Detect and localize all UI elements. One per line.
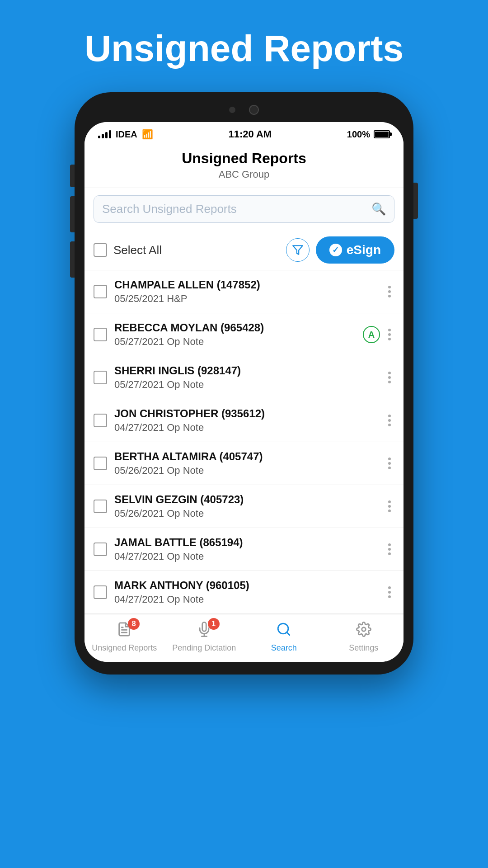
nav-badge-unsigned-reports: 8 xyxy=(128,618,140,630)
report-actions-4 xyxy=(385,456,394,471)
more-dots-3[interactable] xyxy=(385,413,394,428)
more-dots-0[interactable] xyxy=(385,284,394,299)
nav-item-pending-dictation[interactable]: 1 Pending Dictation xyxy=(164,622,244,653)
report-checkbox-3[interactable] xyxy=(94,414,107,427)
dot1-1 xyxy=(388,329,391,331)
battery-fill xyxy=(375,132,389,137)
report-name-3: JON CHRISTOPHER (935612) xyxy=(114,407,385,420)
report-info-2: SHERRI INGLIS (928147) 05/27/2021 Op Not… xyxy=(114,364,385,391)
status-time: 11:20 AM xyxy=(228,128,272,140)
nav-item-unsigned-reports[interactable]: 8 Unsigned Reports xyxy=(84,622,164,653)
report-item[interactable]: JON CHRISTOPHER (935612) 04/27/2021 Op N… xyxy=(84,399,404,442)
app-header: Unsigned Reports ABC Group xyxy=(84,144,404,188)
search-input-wrapper[interactable]: 🔍 xyxy=(94,195,394,223)
esign-button[interactable]: ✓ eSign xyxy=(316,236,394,264)
report-item[interactable]: JAMAL BATTLE (865194) 04/27/2021 Op Note xyxy=(84,528,404,571)
dot3-6 xyxy=(388,552,391,555)
dot3-1 xyxy=(388,338,391,340)
report-checkbox-5[interactable] xyxy=(94,500,107,513)
report-item[interactable]: MARK ANTHONY (960105) 04/27/2021 Op Note xyxy=(84,571,404,614)
dot1-7 xyxy=(388,586,391,589)
action-bar: Select All ✓ eSign xyxy=(84,230,404,270)
nav-item-settings[interactable]: Settings xyxy=(324,622,404,653)
report-checkbox-1[interactable] xyxy=(94,328,107,341)
dot2-0 xyxy=(388,290,391,293)
filter-button[interactable] xyxy=(286,238,310,262)
select-all-label: Select All xyxy=(113,243,162,257)
report-item[interactable]: REBECCA MOYLAN (965428) 05/27/2021 Op No… xyxy=(84,313,404,356)
report-info-5: SELVIN GEZGIN (405723) 05/26/2021 Op Not… xyxy=(114,493,385,519)
dot2-6 xyxy=(388,548,391,551)
report-actions-3 xyxy=(385,413,394,428)
report-info-3: JON CHRISTOPHER (935612) 04/27/2021 Op N… xyxy=(114,407,385,434)
search-input[interactable] xyxy=(102,202,371,216)
more-dots-1[interactable] xyxy=(385,327,394,342)
report-name-6: JAMAL BATTLE (865194) xyxy=(114,536,385,549)
report-name-7: MARK ANTHONY (960105) xyxy=(114,579,385,592)
signal-bar-4 xyxy=(109,130,111,138)
report-name-5: SELVIN GEZGIN (405723) xyxy=(114,493,385,506)
report-actions-6 xyxy=(385,542,394,557)
report-name-1: REBECCA MOYLAN (965428) xyxy=(114,321,363,334)
more-dots-7[interactable] xyxy=(385,585,394,600)
report-info-4: BERTHA ALTAMIRA (405747) 05/26/2021 Op N… xyxy=(114,450,385,476)
status-left: IDEA 📶 xyxy=(98,129,153,140)
report-date-type-3: 04/27/2021 Op Note xyxy=(114,422,385,434)
dot1-5 xyxy=(388,500,391,503)
svg-line-6 xyxy=(287,632,290,635)
select-all-checkbox[interactable] xyxy=(94,243,107,257)
nav-icon-wrap-pending-dictation: 1 xyxy=(192,622,216,641)
svg-point-7 xyxy=(362,627,366,632)
report-item[interactable]: BERTHA ALTAMIRA (405747) 05/26/2021 Op N… xyxy=(84,442,404,485)
dot2-3 xyxy=(388,419,391,422)
dot3-0 xyxy=(388,295,391,297)
signal-bar-1 xyxy=(98,136,100,138)
dot1-3 xyxy=(388,415,391,417)
power-button xyxy=(413,183,418,219)
report-date-type-6: 04/27/2021 Op Note xyxy=(114,551,385,562)
report-info-0: CHAMPALE ALLEN (147852) 05/25/2021 H&P xyxy=(114,278,385,305)
dot1-6 xyxy=(388,543,391,546)
more-dots-2[interactable] xyxy=(385,370,394,385)
signal-bars xyxy=(98,130,111,138)
phone-screen: IDEA 📶 11:20 AM 100% Unsigned Reports AB… xyxy=(84,122,404,662)
phone-shell: IDEA 📶 11:20 AM 100% Unsigned Reports AB… xyxy=(75,92,413,675)
report-actions-0 xyxy=(385,284,394,299)
report-actions-2 xyxy=(385,370,394,385)
dot2-4 xyxy=(388,462,391,465)
report-checkbox-2[interactable] xyxy=(94,371,107,384)
dot1-4 xyxy=(388,458,391,460)
nav-label-pending-dictation: Pending Dictation xyxy=(172,643,236,653)
report-item[interactable]: SELVIN GEZGIN (405723) 05/26/2021 Op Not… xyxy=(84,485,404,528)
report-date-type-4: 05/26/2021 Op Note xyxy=(114,465,385,476)
nav-icon-wrap-unsigned-reports: 8 xyxy=(113,622,136,641)
report-actions-5 xyxy=(385,499,394,514)
report-checkbox-7[interactable] xyxy=(94,585,107,599)
more-dots-4[interactable] xyxy=(385,456,394,471)
report-checkbox-0[interactable] xyxy=(94,285,107,298)
camera-button xyxy=(70,241,75,278)
battery-icon xyxy=(374,130,390,138)
nav-item-search[interactable]: Search xyxy=(244,622,324,653)
select-all-area[interactable]: Select All xyxy=(94,243,286,257)
volume-up-button xyxy=(70,165,75,187)
search-icon xyxy=(276,622,291,641)
report-date-type-5: 05/26/2021 Op Note xyxy=(114,508,385,519)
report-date-type-7: 04/27/2021 Op Note xyxy=(114,594,385,605)
report-checkbox-4[interactable] xyxy=(94,457,107,470)
esign-check-icon: ✓ xyxy=(329,244,342,256)
nav-badge-pending-dictation: 1 xyxy=(208,618,220,630)
nav-icon-wrap-search xyxy=(272,622,296,641)
more-dots-5[interactable] xyxy=(385,499,394,514)
report-item[interactable]: SHERRI INGLIS (928147) 05/27/2021 Op Not… xyxy=(84,356,404,399)
report-date-type-2: 05/27/2021 Op Note xyxy=(114,379,385,391)
battery-percent: 100% xyxy=(347,129,370,140)
carrier-name: IDEA xyxy=(116,129,137,140)
phone-camera-bar xyxy=(84,105,404,115)
report-checkbox-6[interactable] xyxy=(94,542,107,556)
report-item[interactable]: CHAMPALE ALLEN (147852) 05/25/2021 H&P xyxy=(84,270,404,313)
more-dots-6[interactable] xyxy=(385,542,394,557)
nav-label-unsigned-reports: Unsigned Reports xyxy=(92,643,157,653)
svg-marker-0 xyxy=(293,245,303,255)
search-container: 🔍 xyxy=(84,188,404,230)
